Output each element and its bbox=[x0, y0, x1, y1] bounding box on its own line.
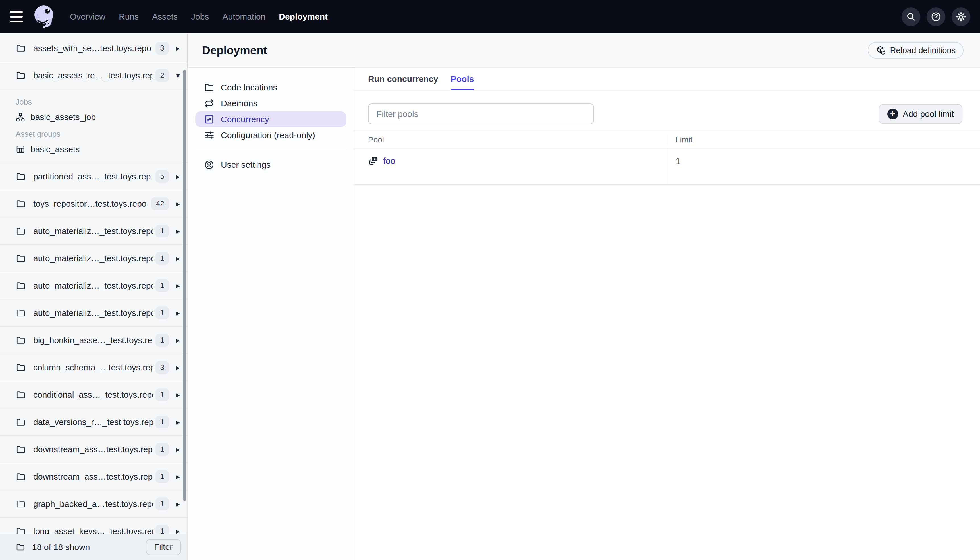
sidebar-item[interactable]: data_versions_r…_test.toys.rep1▸ bbox=[0, 408, 187, 436]
sidebar-item[interactable]: downstream_ass…test.toys.rep1▸ bbox=[0, 463, 187, 490]
pools-table-header: PoolLimit bbox=[354, 131, 980, 149]
chevron-right-icon[interactable]: ▸ bbox=[174, 363, 182, 372]
count-badge: 1 bbox=[155, 443, 169, 456]
count-badge: 3 bbox=[155, 42, 169, 55]
chevron-right-icon[interactable]: ▸ bbox=[174, 254, 182, 263]
chevron-right-icon[interactable]: ▸ bbox=[174, 527, 182, 534]
sidebar-item[interactable]: graph_backed_a…test.toys.repo1▸ bbox=[0, 490, 187, 518]
chevron-down-icon[interactable]: ▾ bbox=[174, 71, 182, 80]
sidebar-item-label: downstream_ass…test.toys.rep bbox=[33, 472, 153, 482]
nav-item-assets[interactable]: Assets bbox=[152, 12, 178, 22]
page-title: Deployment bbox=[202, 44, 267, 57]
sidebar-item[interactable]: auto_materializ…_test.toys.repo1▸ bbox=[0, 217, 187, 245]
count-badge: 1 bbox=[155, 525, 169, 534]
sidebar-filter-button[interactable]: Filter bbox=[146, 539, 181, 555]
subnav-item-code-locations[interactable]: Code locations bbox=[195, 80, 346, 95]
search-button[interactable] bbox=[902, 7, 920, 26]
sidebar-expanded-section: Jobsbasic_assets_jobAsset groupsbasic_as… bbox=[0, 89, 187, 163]
subnav-item-concurrency[interactable]: Concurrency bbox=[195, 112, 346, 127]
chevron-right-icon[interactable]: ▸ bbox=[174, 390, 182, 399]
sidebar-item[interactable]: assets_with_se…test.toys.repo3▸ bbox=[0, 35, 187, 62]
column-header-limit: Limit bbox=[667, 135, 980, 144]
sidebar-item[interactable]: conditional_ass…_test.toys.repo1▸ bbox=[0, 381, 187, 408]
reload-definitions-button[interactable]: Reload definitions bbox=[868, 42, 963, 58]
nav-item-overview[interactable]: Overview bbox=[70, 12, 105, 22]
sidebar-sub-item[interactable]: basic_assets_job bbox=[16, 110, 187, 125]
pool-link[interactable]: foo bbox=[368, 149, 395, 166]
sidebar-item-label: column_schema_…test.toys.rep bbox=[33, 363, 153, 372]
sliders-icon bbox=[204, 130, 215, 141]
chevron-right-icon[interactable]: ▸ bbox=[174, 172, 182, 181]
nav-item-deployment[interactable]: Deployment bbox=[279, 12, 328, 22]
top-nav-actions bbox=[902, 7, 970, 26]
gear-button[interactable] bbox=[952, 7, 970, 26]
chevron-right-icon[interactable]: ▸ bbox=[174, 418, 182, 427]
subnav-item-daemons[interactable]: Daemons bbox=[195, 95, 346, 111]
sidebar-item[interactable]: partitioned_ass…_test.toys.rep5▸ bbox=[0, 163, 187, 190]
count-badge: 1 bbox=[155, 279, 169, 292]
subnav-divider bbox=[195, 150, 346, 150]
count-badge: 2 bbox=[155, 69, 169, 82]
chevron-right-icon[interactable]: ▸ bbox=[174, 227, 182, 236]
reload-icon bbox=[876, 45, 886, 55]
sidebar-scrollbar[interactable] bbox=[183, 70, 186, 501]
sidebar-item[interactable]: auto_materializ…_test.toys.repo1▸ bbox=[0, 272, 187, 299]
tab-run-concurrency[interactable]: Run concurrency bbox=[368, 68, 438, 90]
chevron-right-icon[interactable]: ▸ bbox=[174, 44, 182, 53]
add-pool-limit-button[interactable]: + Add pool limit bbox=[879, 104, 962, 124]
tab-pools[interactable]: Pools bbox=[451, 68, 474, 90]
count-badge: 1 bbox=[155, 416, 169, 428]
subnav-item-label: Concurrency bbox=[221, 115, 269, 124]
sidebar-item[interactable]: auto_materializ…_test.toys.repo1▸ bbox=[0, 299, 187, 327]
chevron-right-icon[interactable]: ▸ bbox=[174, 308, 182, 318]
asset-group-icon bbox=[16, 144, 25, 154]
dagster-logo[interactable] bbox=[32, 4, 56, 30]
filter-pools-input[interactable] bbox=[368, 103, 594, 124]
deployment-subnav: Code locationsDaemonsConcurrencyConfigur… bbox=[188, 68, 354, 560]
code-location-sidebar: assets_with_se…test.toys.repo3▸basic_ass… bbox=[0, 33, 188, 560]
folder-icon bbox=[16, 444, 26, 455]
pools-table: PoolLimit foo1 bbox=[354, 131, 980, 185]
sidebar-item[interactable]: long_asset_keys…_test.toys.rep1▸ bbox=[0, 518, 187, 534]
folder-icon bbox=[16, 542, 25, 552]
sidebar-item[interactable]: big_honkin_asse…_test.toys.rep1▸ bbox=[0, 327, 187, 354]
dagster-app: OverviewRunsAssetsJobsAutomationDeployme… bbox=[0, 0, 980, 560]
folder-icon bbox=[16, 526, 26, 534]
sidebar-item-label: assets_with_se…test.toys.repo bbox=[33, 43, 153, 53]
sidebar-item[interactable]: column_schema_…test.toys.rep3▸ bbox=[0, 354, 187, 381]
sidebar-item-label: auto_materializ…_test.toys.repo bbox=[33, 281, 153, 290]
sidebar-sub-item[interactable]: basic_assets bbox=[16, 142, 187, 157]
sidebar-item[interactable]: toys_repositor…test.toys.repo42▸ bbox=[0, 190, 187, 217]
count-badge: 5 bbox=[155, 170, 169, 183]
chevron-right-icon[interactable]: ▸ bbox=[174, 336, 182, 345]
gear-icon bbox=[955, 12, 967, 22]
sidebar-item[interactable]: basic_assets_re…_test.toys.rep2▾ bbox=[0, 62, 187, 89]
subnav-item-user-settings[interactable]: User settings bbox=[195, 157, 346, 173]
subnav-item-configuration-read-only[interactable]: Configuration (read-only) bbox=[195, 127, 346, 143]
help-button[interactable] bbox=[927, 7, 945, 26]
count-badge: 1 bbox=[155, 225, 169, 237]
chevron-right-icon[interactable]: ▸ bbox=[174, 199, 182, 208]
count-badge: 1 bbox=[155, 307, 169, 319]
section-title: Jobs bbox=[16, 98, 187, 107]
sidebar-item[interactable]: auto_materializ…_test.toys.repo1▸ bbox=[0, 245, 187, 272]
nav-item-automation[interactable]: Automation bbox=[222, 12, 265, 22]
pool-name: foo bbox=[383, 156, 395, 166]
chevron-right-icon[interactable]: ▸ bbox=[174, 472, 182, 481]
count-badge: 1 bbox=[155, 388, 169, 401]
nav-item-jobs[interactable]: Jobs bbox=[191, 12, 209, 22]
chevron-right-icon[interactable]: ▸ bbox=[174, 281, 182, 290]
chevron-right-icon[interactable]: ▸ bbox=[174, 445, 182, 454]
hamburger-icon[interactable] bbox=[10, 11, 23, 22]
count-badge: 1 bbox=[155, 334, 169, 347]
sidebar-item[interactable]: downstream_ass…test.toys.rep1▸ bbox=[0, 436, 187, 463]
chevron-right-icon[interactable]: ▸ bbox=[174, 500, 182, 508]
count-badge: 1 bbox=[155, 497, 169, 510]
nav-item-runs[interactable]: Runs bbox=[119, 12, 139, 22]
section-title: Asset groups bbox=[16, 130, 187, 139]
count-badge: 1 bbox=[155, 470, 169, 483]
sidebar-item-label: big_honkin_asse…_test.toys.rep bbox=[33, 335, 153, 345]
count-badge: 42 bbox=[151, 197, 169, 210]
table-row: foo1 bbox=[354, 149, 980, 185]
subnav-item-label: Code locations bbox=[221, 83, 277, 92]
